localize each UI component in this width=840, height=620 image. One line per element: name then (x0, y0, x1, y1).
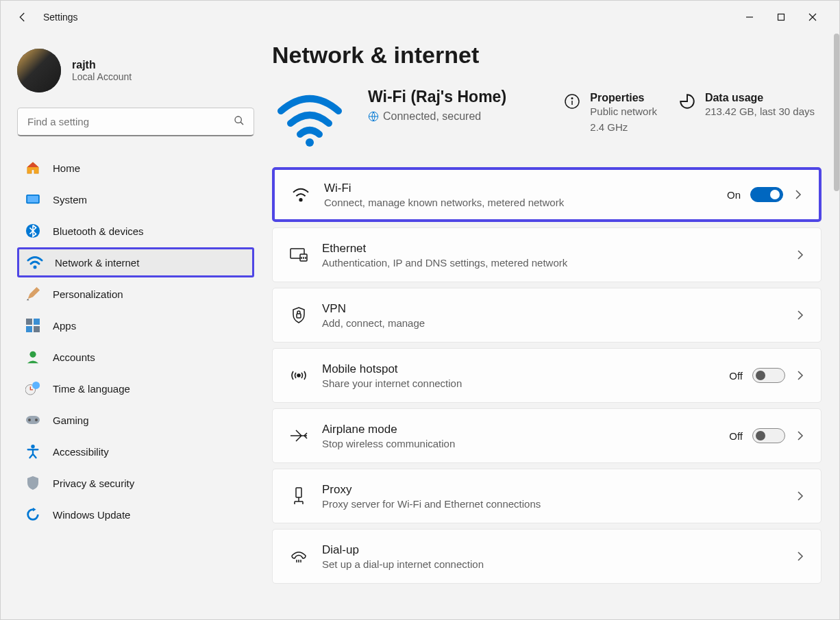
card-dialup[interactable]: Dial-up Set up a dial-up internet connec… (272, 529, 822, 584)
svg-point-31 (297, 374, 300, 377)
nav-item-system[interactable]: System (17, 184, 254, 214)
connection-name: Wi-Fi (Raj's Home) (368, 88, 542, 106)
connection-status: Connected, secured (368, 110, 542, 123)
card-sub: Set up a dial-up internet connection (322, 558, 795, 570)
back-button[interactable] (12, 6, 34, 28)
card-hotspot[interactable]: Mobile hotspot Share your internet conne… (272, 348, 822, 403)
search-icon (234, 115, 245, 129)
card-airplane[interactable]: Airplane mode Stop wireless communicatio… (272, 408, 822, 463)
back-arrow-icon (16, 11, 29, 23)
svg-rect-11 (34, 326, 40, 332)
ethernet-icon (288, 247, 310, 262)
nav-item-label: Network & internet (55, 257, 139, 269)
avatar (17, 49, 61, 92)
search-box (17, 108, 254, 136)
nav-item-label: System (53, 194, 87, 206)
chevron-right-icon (795, 551, 806, 562)
nav-item-apps[interactable]: Apps (17, 310, 254, 340)
nav-item-privacy[interactable]: Privacy & security (17, 468, 254, 498)
nav-item-label: Apps (53, 320, 76, 332)
svg-point-2 (235, 116, 241, 123)
nav-item-label: Privacy & security (53, 478, 134, 489)
card-title: Airplane mode (322, 423, 729, 436)
nav-item-personalization[interactable]: Personalization (17, 279, 254, 309)
card-sub: Proxy server for Wi-Fi and Ethernet conn… (322, 498, 795, 510)
scrollbar[interactable] (834, 34, 839, 191)
wifi-large-icon (272, 88, 347, 147)
card-sub: Stop wireless communication (322, 438, 729, 449)
card-title: VPN (322, 302, 795, 316)
card-sub: Add, connect, manage (322, 317, 795, 329)
nav-list: Home System Bluetooth & devices Network … (17, 153, 254, 530)
nav-item-accessibility[interactable]: Accessibility (17, 436, 254, 467)
search-input[interactable] (17, 108, 254, 136)
svg-point-7 (34, 266, 37, 269)
svg-point-19 (306, 138, 314, 147)
close-button[interactable] (797, 6, 828, 28)
user-name: rajth (72, 59, 132, 71)
chevron-right-icon (795, 430, 806, 441)
svg-point-23 (572, 98, 573, 99)
svg-rect-30 (297, 314, 301, 318)
svg-point-17 (35, 419, 38, 421)
gaming-icon (24, 411, 42, 429)
shield-icon (24, 474, 42, 492)
nav-item-home[interactable]: Home (17, 153, 254, 183)
svg-line-3 (240, 122, 243, 125)
hotspot-toggle[interactable] (752, 368, 785, 383)
svg-rect-32 (296, 488, 301, 497)
bluetooth-icon (24, 222, 42, 240)
airplane-toggle[interactable] (752, 428, 785, 443)
chevron-right-icon (793, 189, 804, 200)
wifi-toggle[interactable] (750, 187, 783, 202)
minimize-icon (745, 13, 754, 21)
nav-item-network[interactable]: Network & internet (17, 247, 254, 277)
data-usage-block[interactable]: Data usage 213.42 GB, last 30 days (678, 88, 815, 120)
svg-rect-8 (26, 319, 32, 325)
svg-rect-9 (34, 319, 40, 325)
app-title: Settings (43, 12, 78, 23)
maximize-button[interactable] (765, 6, 797, 28)
titlebar: Settings (1, 1, 839, 34)
dialup-icon (288, 549, 310, 564)
user-block[interactable]: rajth Local Account (17, 49, 254, 92)
nav-item-accounts[interactable]: Accounts (17, 342, 254, 372)
update-icon (24, 506, 42, 523)
svg-rect-5 (27, 196, 38, 203)
nav-item-time[interactable]: Time & language (17, 373, 254, 404)
card-vpn[interactable]: VPN Add, connect, manage (272, 288, 822, 343)
system-icon (24, 190, 42, 208)
nav-item-label: Home (53, 162, 80, 174)
wifi-icon (290, 187, 312, 202)
minimize-button[interactable] (734, 6, 765, 28)
card-proxy[interactable]: Proxy Proxy server for Wi-Fi and Etherne… (272, 469, 822, 523)
data-usage-sub: 213.42 GB, last 30 days (705, 104, 815, 120)
info-icon (563, 92, 582, 111)
nav-item-label: Accessibility (53, 446, 109, 458)
card-wifi[interactable]: Wi-Fi Connect, manage known networks, me… (272, 167, 822, 222)
chevron-right-icon (795, 310, 806, 321)
proxy-icon (288, 486, 310, 506)
content: Network & internet Wi-Fi (Raj's Home) Co… (268, 34, 839, 619)
card-title: Proxy (322, 483, 795, 497)
hotspot-icon (288, 368, 310, 383)
data-usage-title: Data usage (705, 92, 815, 104)
nav-item-label: Windows Update (53, 509, 130, 521)
nav-item-bluetooth[interactable]: Bluetooth & devices (17, 216, 254, 246)
properties-block[interactable]: Properties Public network 2.4 GHz (563, 88, 657, 135)
card-sub: Authentication, IP and DNS settings, met… (322, 257, 795, 269)
globe-icon (368, 111, 379, 122)
wifi-state-label: On (727, 189, 741, 201)
connection-info[interactable]: Wi-Fi (Raj's Home) Connected, secured (368, 88, 542, 123)
svg-point-14 (32, 382, 40, 389)
settings-cards: Wi-Fi Connect, manage known networks, me… (272, 167, 828, 584)
nav-item-update[interactable]: Windows Update (17, 499, 254, 530)
wifi-icon (26, 253, 44, 271)
nav-item-gaming[interactable]: Gaming (17, 405, 254, 435)
nav-item-label: Time & language (53, 383, 130, 395)
svg-point-12 (29, 351, 36, 358)
data-usage-icon (678, 92, 697, 111)
close-icon (808, 13, 817, 21)
card-title: Dial-up (322, 543, 795, 557)
card-ethernet[interactable]: Ethernet Authentication, IP and DNS sett… (272, 227, 822, 282)
